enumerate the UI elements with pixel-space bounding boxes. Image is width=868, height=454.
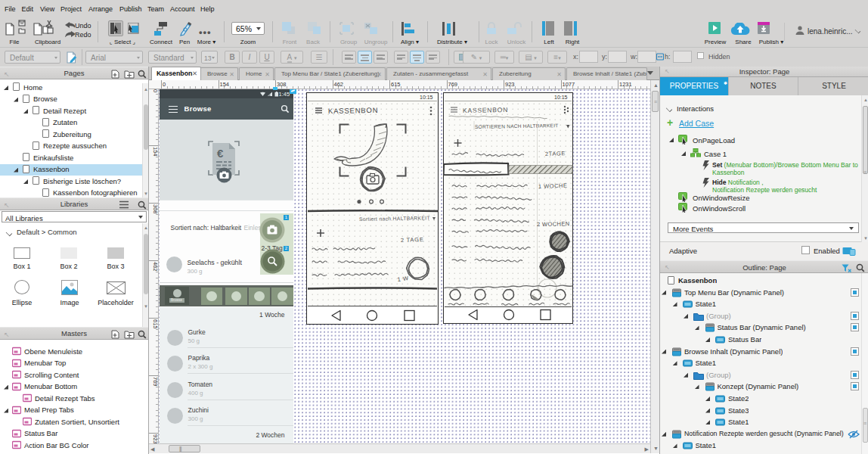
svg-text:2 WOCHEN: 2 WOCHEN: [536, 220, 569, 228]
svg-text:€: €: [217, 147, 224, 160]
svg-text:2TAGE: 2TAGE: [544, 150, 565, 157]
svg-text:10:15: 10:15: [554, 95, 568, 100]
svg-text:1 WOCHE: 1 WOCHE: [538, 182, 567, 189]
svg-text:KASSENBON: KASSENBON: [328, 105, 379, 114]
svg-text:10:15: 10:15: [420, 95, 433, 100]
svg-text:2 TAGE: 2 TAGE: [401, 235, 424, 243]
svg-text:KASSENBON: KASSENBON: [462, 105, 507, 114]
